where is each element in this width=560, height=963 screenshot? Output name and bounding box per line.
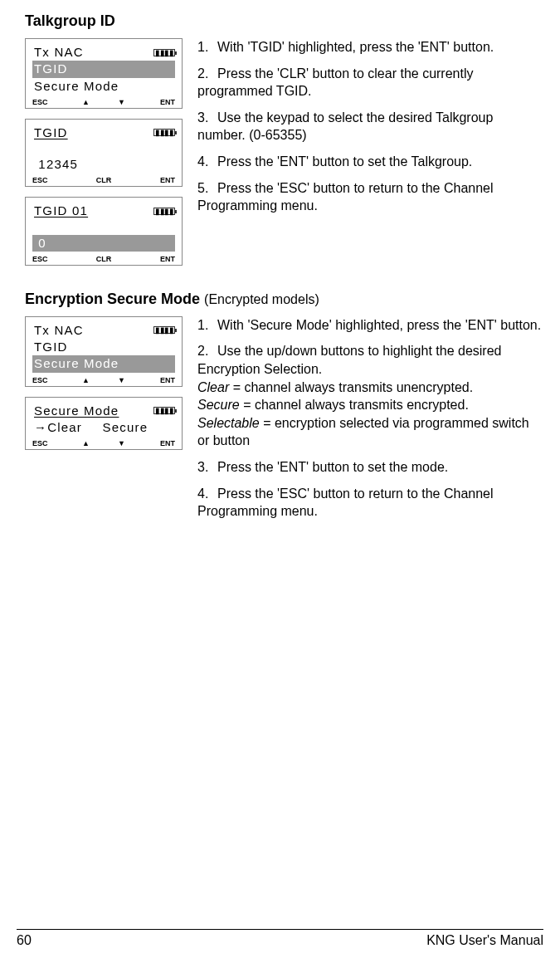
screen-line-highlighted: Secure Mode bbox=[32, 355, 175, 372]
step-item: 2.Use the up/down buttons to highlight t… bbox=[197, 342, 543, 450]
battery-icon: ▮▮▮▮ bbox=[153, 407, 175, 414]
step-number: 2. bbox=[197, 65, 217, 83]
step-text: Press the 'CLR' button to clear the curr… bbox=[197, 66, 473, 99]
option-desc: = channel always transmits encrypted. bbox=[240, 398, 469, 412]
softkey-ent: ENT bbox=[128, 255, 175, 263]
softkey-up: ▲ bbox=[68, 376, 104, 384]
step-text: Press the 'ESC' button to return to the … bbox=[197, 486, 494, 519]
step-item: 2.Press the 'CLR' button to clear the cu… bbox=[197, 65, 543, 100]
screen-line-highlighted: 0 bbox=[32, 235, 175, 252]
step-text: Press the 'ENT' button to set the mode. bbox=[217, 460, 448, 474]
step-item: 4.Press the 'ENT' button to set the Talk… bbox=[197, 153, 543, 171]
screen-tgid-menu: Tx NAC ▮▮▮▮ TGID Secure Mode ESC ▲ ▼ ENT bbox=[25, 38, 183, 109]
screen-line: Tx NAC bbox=[32, 44, 85, 61]
softkeys-row: ESC ▲ ▼ ENT bbox=[32, 376, 175, 384]
softkeys-row: ESC CLR ENT bbox=[32, 176, 175, 184]
softkey-clr: CLR bbox=[80, 176, 127, 184]
screen-tgid-01: TGID 01 ▮▮▮▮ 0 ESC CLR ENT bbox=[25, 197, 183, 266]
section-heading-encryption: Encryption Secure Mode (Encrypted models… bbox=[25, 291, 543, 308]
screen-line: Secure Mode bbox=[32, 403, 120, 419]
screen-line: →Clear bbox=[32, 420, 84, 434]
step-text: Press the 'ESC' button to return to the … bbox=[197, 181, 494, 213]
screen-line: Secure Mode bbox=[32, 79, 120, 93]
screen-line: TGID bbox=[32, 340, 70, 354]
battery-icon: ▮▮▮▮ bbox=[153, 129, 175, 136]
screen-tgid-value: TGID ▮▮▮▮ 12345 ESC CLR ENT bbox=[25, 119, 183, 188]
softkeys-row: ESC ▲ ▼ ENT bbox=[32, 439, 175, 447]
softkeys-row: ESC CLR ENT bbox=[32, 255, 175, 263]
softkey-esc: ESC bbox=[32, 439, 68, 447]
heading-subtitle: (Encrypted models) bbox=[204, 292, 319, 306]
section2-screens: Tx NAC ▮▮▮▮ TGID Secure Mode ESC ▲ ▼ ENT… bbox=[25, 316, 183, 529]
softkey-ent: ENT bbox=[139, 439, 175, 447]
section2-steps: 1.With 'Secure Mode' highlighted, press … bbox=[197, 316, 543, 529]
step-text: Press the 'ENT' button to set the Talkgr… bbox=[217, 154, 472, 169]
softkey-down: ▼ bbox=[104, 98, 139, 106]
option-name: Clear bbox=[197, 380, 229, 394]
battery-icon: ▮▮▮▮ bbox=[153, 49, 175, 56]
step-number: 4. bbox=[197, 153, 217, 171]
section2-row: Tx NAC ▮▮▮▮ TGID Secure Mode ESC ▲ ▼ ENT… bbox=[17, 316, 543, 529]
step-text: With 'Secure Mode' highlighted, press th… bbox=[217, 318, 541, 332]
softkey-esc: ESC bbox=[32, 255, 80, 263]
step-item: 1.With 'TGID' highlighted, press the 'EN… bbox=[197, 38, 543, 56]
step-item: 3.Press the 'ENT' button to set the mode… bbox=[197, 458, 543, 477]
screen-line: 12345 bbox=[32, 157, 80, 171]
softkey-up: ▲ bbox=[68, 439, 104, 447]
battery-icon: ▮▮▮▮ bbox=[153, 208, 175, 215]
option-desc: = channel always transmits unencrypted. bbox=[229, 380, 473, 394]
softkey-down: ▼ bbox=[104, 376, 139, 384]
step-item: 5.Press the 'ESC' button to return to th… bbox=[197, 179, 543, 215]
step-text: Use the up/down buttons to highlight the… bbox=[197, 344, 501, 376]
page-footer: 60 KNG User's Manual bbox=[17, 929, 543, 948]
screen-line: Tx NAC bbox=[32, 322, 85, 339]
softkey-down: ▼ bbox=[104, 439, 139, 447]
option-name: Selectable bbox=[197, 416, 260, 430]
screen-line-highlighted: TGID bbox=[32, 61, 175, 77]
softkey-up: ▲ bbox=[68, 98, 104, 106]
heading-text: Encryption Secure Mode bbox=[25, 291, 204, 307]
option-name: Secure bbox=[197, 398, 240, 412]
step-number: 3. bbox=[197, 109, 217, 127]
step-number: 2. bbox=[197, 342, 217, 360]
step-item: 4.Press the 'ESC' button to return to th… bbox=[197, 485, 543, 521]
screen-line: Secure bbox=[88, 420, 150, 434]
softkey-ent: ENT bbox=[139, 376, 175, 384]
step-number: 3. bbox=[197, 458, 217, 477]
page-number: 60 bbox=[17, 933, 32, 948]
step-number: 5. bbox=[197, 179, 217, 198]
section1-steps: 1.With 'TGID' highlighted, press the 'EN… bbox=[197, 38, 543, 266]
screen-secure-menu: Tx NAC ▮▮▮▮ TGID Secure Mode ESC ▲ ▼ ENT bbox=[25, 316, 183, 387]
softkey-esc: ESC bbox=[32, 98, 68, 106]
step-text: With 'TGID' highlighted, press the 'ENT'… bbox=[217, 40, 494, 54]
screen-secure-options: Secure Mode ▮▮▮▮ →Clear Secure ESC ▲ ▼ E… bbox=[25, 397, 183, 451]
section1-screens: Tx NAC ▮▮▮▮ TGID Secure Mode ESC ▲ ▼ ENT… bbox=[25, 38, 183, 266]
softkey-clr: CLR bbox=[80, 255, 127, 263]
manual-title: KNG User's Manual bbox=[426, 933, 543, 948]
step-item: 1.With 'Secure Mode' highlighted, press … bbox=[197, 316, 543, 335]
step-text: Use the keypad to select the desired Tal… bbox=[197, 110, 493, 143]
softkey-ent: ENT bbox=[128, 176, 175, 184]
softkey-esc: ESC bbox=[32, 376, 68, 384]
step-number: 1. bbox=[197, 38, 217, 56]
screen-line: TGID 01 bbox=[32, 203, 90, 219]
softkey-esc: ESC bbox=[32, 176, 80, 184]
step-number: 1. bbox=[197, 316, 217, 335]
softkeys-row: ESC ▲ ▼ ENT bbox=[32, 98, 175, 106]
battery-icon: ▮▮▮▮ bbox=[153, 326, 175, 334]
section1-row: Tx NAC ▮▮▮▮ TGID Secure Mode ESC ▲ ▼ ENT… bbox=[17, 38, 543, 266]
step-item: 3.Use the keypad to select the desired T… bbox=[197, 109, 543, 144]
softkey-ent: ENT bbox=[139, 98, 175, 106]
screen-line: TGID bbox=[32, 125, 70, 141]
step-number: 4. bbox=[197, 485, 217, 503]
section-heading-talkgroup: Talkgroup ID bbox=[25, 12, 543, 30]
